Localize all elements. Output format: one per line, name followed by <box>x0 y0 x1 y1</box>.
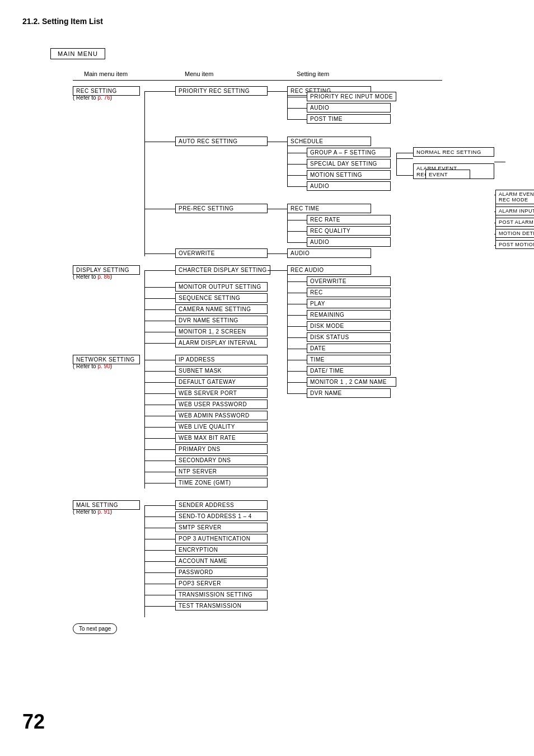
subnet-mask: SUBNET MASK <box>175 366 268 375</box>
transmission-setting: TRANSMISSION SETTING <box>175 590 268 599</box>
col-header-menu: Menu item <box>185 71 213 77</box>
col-header-setting: Setting item <box>297 71 329 77</box>
auto-rec-setting: AUTO REC SETTING <box>175 137 268 146</box>
priority-rec-input-mode: PRIORITY REC INPUT MODE <box>307 92 396 101</box>
post-alarm-time: POST ALARM TIME <box>495 218 534 227</box>
camera-name-setting: CAMERA NAME SETTING <box>175 304 268 314</box>
test-transmission: TEST TRANSMISSION <box>175 601 268 611</box>
schedule: SCHEDULE <box>287 137 371 146</box>
to-next-page[interactable]: To next page <box>73 623 117 634</box>
web-admin-password: WEB ADMIN PASSWORD <box>175 411 268 420</box>
auto-audio: AUDIO <box>307 181 391 191</box>
overwrite-audio: AUDIO <box>287 248 371 258</box>
web-server-port: WEB SERVER PORT <box>175 388 268 398</box>
mail-setting-refer: ( Refer to p. 91) <box>73 509 112 515</box>
display-setting-refer: ( Refer to p. 86) <box>73 274 112 280</box>
col-header-main: Main menu item <box>84 71 128 77</box>
smtp-server: SMTP SERVER <box>175 523 268 532</box>
monitor-output-setting: MONITOR OUTPUT SETTING <box>175 282 268 292</box>
time-zone-gmt: TIME ZONE (GMT) <box>175 478 268 487</box>
event: EVENT <box>425 170 470 179</box>
sequence-setting: SEQUENCE SETTING <box>175 293 268 303</box>
sender-address: SENDER ADDRESS <box>175 500 268 510</box>
encryption: ENCRYPTION <box>175 545 268 555</box>
ip-address: IP ADDRESS <box>175 355 268 364</box>
cd-remaining: REMAINING <box>307 310 391 320</box>
cd-dvr-name: DVR NAME <box>307 388 391 398</box>
cd-datetime: DATE/ TIME <box>307 366 391 375</box>
page-title: 21.2. Setting Item List <box>22 17 512 26</box>
cd-time: TIME <box>307 355 391 364</box>
alarm-input-mode: ALARM INPUT MODE <box>495 206 534 215</box>
special-day-setting: SPECIAL DAY SETTING <box>307 159 391 168</box>
pop3-authentication: POP 3 AUTHENTICATION <box>175 534 268 543</box>
motion-detect-mode: MOTION DETECT MODE <box>495 229 534 238</box>
cd-rec: REC <box>307 288 391 297</box>
ntp-server: NTP SERVER <box>175 467 268 476</box>
account-name: ACCOUNT NAME <box>175 556 268 566</box>
pop3-server: POP3 SERVER <box>175 579 268 588</box>
post-motion-time: POST MOTION TIME <box>495 240 534 249</box>
secondary-dns: SECONDARY DNS <box>175 456 268 465</box>
cd-disk-status: DISK STATUS <box>307 332 391 342</box>
cd-monitor-cam-name: MONITOR 1 , 2 CAM NAME <box>307 377 396 387</box>
pre-rec-time: REC TIME <box>287 204 371 213</box>
rec-setting-refer: ( Refer to p. 76) <box>73 95 112 101</box>
password: PASSWORD <box>175 567 268 577</box>
web-max-bit-rate: WEB MAX BIT RATE <box>175 433 268 443</box>
cd-play: PLAY <box>307 299 391 308</box>
monitor-12-screen: MONITOR 1, 2 SCREEN <box>175 327 268 336</box>
main-menu-box: MAIN MENU <box>50 48 105 59</box>
group-af-setting: GROUP A – F SETTING <box>307 148 391 157</box>
cd-disk-mode: DISK MODE <box>307 321 391 331</box>
pre-rec-setting: PRE-REC SETTING <box>175 204 268 213</box>
cd-rec-audio: REC AUDIO <box>287 265 371 275</box>
dvr-name-setting: DVR NAME SETTING <box>175 316 268 325</box>
send-to-address: SEND-TO ADDRESS 1 – 4 <box>175 511 268 521</box>
web-live-quality: WEB LIVE QUALITY <box>175 422 268 431</box>
default-gateway: DEFAULT GATEWAY <box>175 377 268 387</box>
web-user-password: WEB USER PASSWORD <box>175 400 268 409</box>
page-number: 72 <box>22 710 45 734</box>
pre-rec-quality: REC QUALITY <box>307 226 391 236</box>
priority-audio: AUDIO <box>307 103 391 112</box>
alarm-display-interval: ALARM DISPLAY INTERVAL <box>175 338 268 348</box>
overwrite: OVERWRITE <box>175 248 268 258</box>
motion-setting: MOTION SETTING <box>307 170 391 180</box>
primary-dns: PRIMARY DNS <box>175 444 268 454</box>
pre-rec-rate: REC RATE <box>307 215 391 224</box>
charcter-display-setting: CHARCTER DISPLAY SETTING <box>175 265 270 275</box>
cd-date: DATE <box>307 344 391 353</box>
normal-rec-setting: NORMAL REC SETTING <box>413 147 494 157</box>
pre-rec-audio: AUDIO <box>307 237 391 247</box>
priority-rec-setting: PRIORITY REC SETTING <box>175 86 268 96</box>
priority-post-time: POST TIME <box>307 114 391 124</box>
cd-overwrite: OVERWRITE <box>307 276 391 286</box>
alarm-event-rec-mode: ALARM EVENTREC MODE <box>495 190 534 204</box>
network-setting-refer: ( Refer to p. 90) <box>73 363 112 369</box>
